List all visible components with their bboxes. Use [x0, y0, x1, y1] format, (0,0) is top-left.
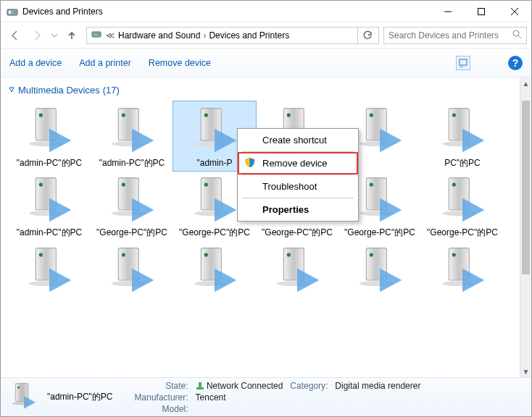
svg-point-50 — [39, 253, 43, 256]
device-item[interactable] — [421, 241, 504, 299]
view-options-button[interactable] — [456, 56, 470, 70]
device-item[interactable] — [173, 241, 256, 299]
device-label: "George-PC"的PC — [176, 227, 253, 237]
device-grid — [8, 241, 512, 299]
chevron-down-icon — [51, 33, 57, 38]
svg-point-56 — [204, 253, 208, 256]
address-bar[interactable]: ≪ Hardware and Sound › Devices and Print… — [86, 27, 379, 44]
svg-point-35 — [122, 183, 125, 187]
menu-create-shortcut[interactable]: Create shortcut — [239, 130, 357, 150]
minimize-button[interactable] — [431, 1, 465, 22]
menu-properties[interactable]: Properties — [239, 200, 357, 219]
svg-point-62 — [370, 253, 373, 256]
device-label: "admin-PC"的PC — [11, 227, 88, 237]
device-icon — [11, 244, 88, 296]
device-item[interactable] — [338, 241, 421, 299]
breadcrumb-segment[interactable]: Devices and Printers — [206, 30, 292, 41]
device-label: "George-PC"的PC — [424, 227, 501, 237]
device-item[interactable] — [256, 241, 338, 299]
device-label: "admin-PC"的PC — [93, 158, 170, 168]
svg-point-14 — [39, 113, 43, 117]
network-connected-icon — [196, 382, 204, 390]
device-icon — [176, 244, 253, 296]
svg-point-47 — [452, 183, 456, 187]
search-input[interactable]: Search Devices and Printers — [383, 27, 527, 44]
arrow-left-icon — [9, 30, 21, 41]
device-label: "admin-PC"的PC — [11, 158, 88, 168]
device-label — [424, 298, 501, 299]
device-item[interactable]: "admin-PC"的PC — [8, 101, 91, 171]
device-icon — [11, 104, 88, 156]
navigation-bar: ≪ Hardware and Sound › Devices and Print… — [1, 22, 531, 49]
device-item[interactable] — [8, 241, 91, 299]
device-icon — [93, 104, 170, 156]
device-label — [259, 298, 336, 299]
svg-rect-11 — [460, 59, 467, 65]
device-item[interactable]: "George-PC"的PC — [91, 171, 173, 240]
svg-rect-7 — [92, 32, 101, 37]
menu-remove-device[interactable]: Remove device — [239, 153, 357, 173]
device-icon — [341, 244, 418, 296]
group-name: Multimedia Devices — [18, 85, 100, 96]
svg-point-32 — [39, 183, 43, 187]
main-panel: Multimedia Devices (17) "admin-PC"的PC"ad… — [1, 77, 531, 377]
device-icon — [259, 244, 336, 296]
device-icon — [424, 104, 501, 156]
collapse-icon — [8, 85, 15, 96]
arrow-right-icon — [31, 30, 43, 41]
group-count: (17) — [103, 85, 120, 96]
svg-point-20 — [204, 113, 208, 117]
maximize-button[interactable] — [465, 1, 498, 22]
menu-separator — [242, 151, 354, 152]
window-title: Devices and Printers — [22, 7, 431, 17]
device-item[interactable]: "George-PC"的PC — [421, 171, 504, 240]
device-item[interactable]: PC"的PC — [421, 101, 504, 171]
svg-point-59 — [287, 253, 291, 256]
add-printer-button[interactable]: Add a printer — [79, 58, 131, 68]
refresh-icon — [362, 30, 373, 41]
state-value: Network Connected — [196, 381, 283, 391]
scroll-thumb[interactable] — [522, 101, 530, 274]
recent-dropdown[interactable] — [49, 25, 60, 46]
group-header[interactable]: Multimedia Devices (17) — [8, 80, 512, 101]
details-pane: "admin-PC"的PC State: Network Connected C… — [1, 377, 531, 416]
device-item[interactable]: "admin-PC"的PC — [91, 101, 173, 171]
add-device-button[interactable]: Add a device — [9, 58, 62, 68]
scroll-up-button[interactable]: ▲ — [520, 77, 531, 89]
breadcrumb-chevron[interactable]: ≪ — [106, 30, 115, 41]
svg-rect-70 — [196, 387, 204, 389]
svg-point-53 — [122, 253, 125, 256]
device-label: "George-PC"的PC — [93, 227, 170, 237]
help-button[interactable]: ? — [508, 56, 523, 70]
device-icon — [93, 174, 170, 226]
device-item[interactable] — [91, 241, 173, 299]
remove-device-button[interactable]: Remove device — [149, 58, 211, 68]
device-label — [176, 298, 253, 299]
device-icon — [424, 174, 501, 226]
close-button[interactable] — [498, 1, 531, 22]
breadcrumb-segment[interactable]: Hardware and Sound — [115, 30, 203, 41]
address-icon — [88, 29, 106, 41]
vertical-scrollbar[interactable]: ▲ ▼ — [520, 77, 531, 377]
refresh-button[interactable] — [357, 28, 377, 43]
svg-point-29 — [452, 113, 456, 117]
device-label: "George-PC"的PC — [259, 227, 336, 237]
svg-rect-1 — [9, 11, 11, 14]
svg-point-17 — [122, 113, 125, 117]
devices-printers-icon — [7, 6, 18, 17]
selected-device-icon — [8, 380, 40, 414]
device-icon — [93, 244, 170, 296]
device-label — [93, 298, 170, 299]
svg-point-65 — [452, 253, 456, 256]
up-button[interactable] — [62, 25, 82, 46]
context-menu: Create shortcut Remove device Troublesho… — [237, 128, 359, 222]
menu-troubleshoot[interactable]: Troubleshoot — [239, 177, 357, 196]
device-label — [11, 298, 88, 299]
forward-button[interactable] — [27, 25, 47, 46]
device-item[interactable]: "admin-PC"的PC — [8, 171, 91, 240]
menu-separator — [242, 198, 354, 198]
back-button[interactable] — [5, 25, 25, 46]
view-icon — [459, 59, 467, 67]
scroll-down-button[interactable]: ▼ — [520, 366, 531, 377]
uac-shield-icon — [245, 157, 255, 169]
